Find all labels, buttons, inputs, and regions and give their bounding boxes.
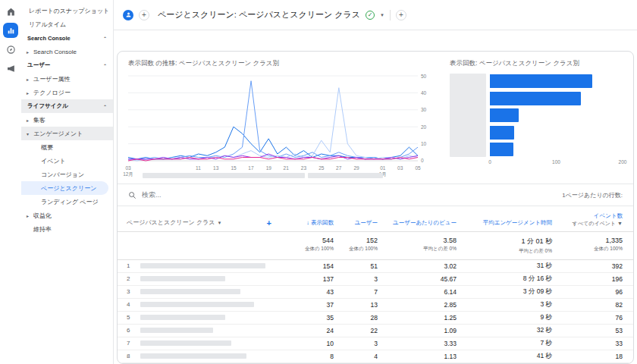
column-header-users[interactable]: ユーザー [344, 219, 388, 227]
totals-views-per-user: 3.58平均との差 0% [388, 237, 467, 255]
x-axis-label: 29 [353, 165, 359, 171]
sidebar-item-events[interactable]: イベント [21, 154, 113, 168]
redacted-page-name [140, 328, 213, 333]
redacted-page-name [140, 276, 225, 281]
x-axis-tick: 200 [619, 159, 627, 165]
saved-check-icon[interactable]: ✓ [366, 11, 375, 20]
views-per-user-cell: 3.02 [388, 262, 467, 270]
event-count-cell: 76 [563, 314, 633, 322]
sidebar-section-user[interactable]: ユーザー⌃ [21, 58, 113, 72]
sidebar-item-snapshot[interactable]: レポートのスナップショット [21, 4, 113, 17]
row-index: 2 [118, 275, 140, 282]
chevron-down-icon[interactable]: ▼ [217, 221, 221, 225]
x-axis-tick: 100 [552, 159, 560, 165]
y-axis-label: 20 [421, 124, 430, 130]
x-axis-label: 15 [231, 165, 236, 171]
sidebar-section-lifecycle[interactable]: ライフサイクル⌃ [21, 99, 113, 113]
redacted-region [308, 173, 383, 178]
sidebar-item-realtime[interactable]: リアルタイム [21, 17, 113, 31]
x-axis-label: 0312月 [123, 165, 133, 178]
sidebar-item-acquisition[interactable]: ▸集客 [21, 113, 113, 127]
bar-chart[interactable] [490, 74, 623, 157]
collapse-arrow-icon: ▾ [27, 131, 33, 136]
sidebar-item-user-attributes[interactable]: ▸ユーザー属性 [21, 72, 113, 86]
main-area: + ページとスクリーン: ページパスとスクリーン クラス ✓ ▼ + 表示回数 … [114, 0, 637, 364]
users-cell: 3 [344, 275, 388, 283]
table-row[interactable]: 8841.1341 秒18 [118, 350, 633, 363]
report-card: 表示回数 の推移: ページパスとスクリーン クラス別 50403020100 0… [117, 51, 634, 364]
add-dimension-button[interactable]: + [267, 218, 271, 228]
table-row[interactable]: 437132.853 秒82 [118, 299, 633, 312]
row-index: 6 [118, 327, 140, 334]
line-chart-y-axis: 50403020100 [418, 74, 430, 163]
bar [490, 92, 581, 105]
sidebar-item-pages-screens[interactable]: ページとスクリーン [21, 181, 108, 195]
table-row[interactable]: 1154513.0231 秒392 [118, 260, 633, 273]
redacted-bar-labels [450, 74, 486, 157]
dimension-header[interactable]: ページパスとスクリーン クラス ▼ + [118, 218, 281, 228]
reports-icon[interactable] [3, 23, 18, 38]
add-comparison-button[interactable]: + [139, 10, 149, 20]
sidebar-item-landing-page[interactable]: ランディング ページ [21, 195, 113, 209]
totals-avg-engagement: 1 分 01 秒平均との差 0% [467, 237, 563, 255]
table-row[interactable]: 624221.0932 秒53 [118, 325, 633, 337]
sidebar-section-search-console[interactable]: Search Console⌃ [21, 31, 113, 45]
event-count-cell: 196 [563, 275, 633, 283]
page-name-cell [140, 315, 281, 320]
sidebar-item-engagement[interactable]: ▾エンゲージメント [21, 127, 113, 140]
bar-chart-panel: 表示回数: ページパスとスクリーン クラス別 0100200 [450, 59, 623, 180]
views-cell: 24 [281, 327, 344, 334]
sidebar-item-overview[interactable]: 概要 [21, 140, 113, 154]
table-row[interactable]: 71033.337 秒33 [118, 337, 633, 350]
customize-report-button[interactable]: + [396, 10, 406, 20]
page-name-cell [140, 328, 281, 333]
table-row[interactable]: 2137345.678 分 16 秒196 [118, 273, 633, 286]
users-cell: 28 [344, 314, 388, 322]
table-row[interactable]: 535281.259 秒76 [118, 312, 633, 325]
event-filter[interactable]: すべてのイベント ▼ [563, 220, 623, 227]
event-count-cell: 82 [563, 301, 633, 309]
column-header-views-per-user[interactable]: ユーザーあたりのビュー [388, 219, 467, 227]
x-axis-label: 11 [196, 165, 201, 171]
table-body: 1154513.0231 秒3922137345.678 分 16 秒19634… [118, 260, 633, 363]
event-count-cell: 392 [563, 262, 633, 270]
views-cell: 154 [281, 262, 344, 270]
sidebar-item-tech[interactable]: ▸テクノロジー [21, 86, 113, 99]
explore-icon[interactable] [3, 42, 18, 57]
table-row[interactable]: 34376.143 分 09 秒96 [118, 286, 633, 299]
bar-chart-title: 表示回数: ページパスとスクリーン クラス別 [450, 59, 623, 68]
sidebar-item-monetization[interactable]: ▸収益化 [21, 209, 113, 222]
data-table: ページパスとスクリーン クラス ▼ + ↓ 表示回数 ユーザー ユーザーあたりの… [118, 206, 633, 363]
advertising-icon[interactable] [3, 61, 18, 76]
column-header-avg-engagement[interactable]: 平均エンゲージメント時間 [467, 219, 563, 227]
line-chart[interactable] [128, 74, 418, 163]
y-axis-label: 50 [421, 74, 430, 79]
column-header-views[interactable]: ↓ 表示回数 [281, 219, 344, 227]
totals-users: 152全体の 100% [344, 237, 388, 255]
y-axis-label: 10 [421, 141, 430, 146]
sidebar-item-search-console[interactable]: ▸Search Console [21, 45, 113, 58]
column-header-event-count[interactable]: イベント数 すべてのイベント ▼ [563, 212, 633, 228]
sidebar-item-label: イベント [41, 157, 66, 165]
line-series-5 [128, 158, 418, 162]
avg-engagement-cell: 7 秒 [467, 339, 563, 348]
all-users-comparison-chip[interactable] [123, 10, 133, 20]
row-index: 1 [118, 262, 140, 269]
search-input[interactable] [142, 191, 557, 199]
views-cell: 137 [281, 275, 344, 283]
row-index: 4 [118, 301, 140, 308]
event-count-cell: 33 [563, 340, 633, 347]
x-axis-label: 21 [284, 165, 289, 171]
search-icon [128, 191, 136, 199]
sidebar-item-retention[interactable]: 維持率 [21, 222, 113, 236]
page-name-cell [140, 302, 281, 307]
table-header-row: ページパスとスクリーン クラス ▼ + ↓ 表示回数 ユーザー ユーザーあたりの… [118, 206, 633, 232]
section-label: Search Console [27, 35, 71, 42]
page-name-cell [140, 289, 281, 294]
sidebar-item-conversions[interactable]: コンバージョン [21, 168, 113, 181]
home-icon[interactable] [3, 4, 18, 19]
section-label: ライフサイクル [27, 102, 68, 110]
chevron-down-icon[interactable]: ▼ [380, 13, 384, 17]
users-cell: 4 [344, 353, 388, 360]
sidebar-item-label: テクノロジー [33, 89, 71, 97]
